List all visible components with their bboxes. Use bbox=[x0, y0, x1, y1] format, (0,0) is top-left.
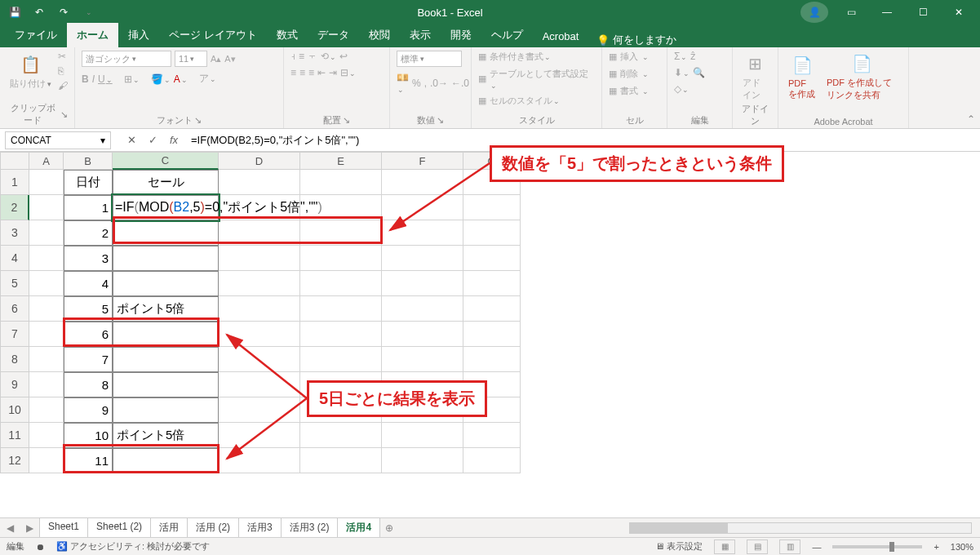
delete-cells-button[interactable]: ▦ 削除 bbox=[609, 68, 660, 80]
cell-D7[interactable] bbox=[219, 322, 300, 347]
cell-F5[interactable] bbox=[382, 271, 463, 296]
page-layout-view-button[interactable]: ▤ bbox=[747, 539, 768, 554]
cell-D5[interactable] bbox=[219, 271, 300, 296]
cell-F3[interactable] bbox=[382, 220, 463, 246]
cell-D9[interactable] bbox=[219, 372, 300, 397]
sheet-tab-3[interactable]: 活用 (2) bbox=[187, 517, 239, 539]
cell-A4[interactable] bbox=[29, 246, 64, 271]
cell-A9[interactable] bbox=[29, 372, 64, 397]
pdf-create-button[interactable]: 📄 PDF を作成 bbox=[785, 52, 820, 102]
cell-D8[interactable] bbox=[219, 347, 300, 372]
align-top-button[interactable]: ⫞ bbox=[290, 51, 295, 62]
insert-function-button[interactable]: fx bbox=[163, 134, 184, 146]
format-cells-button[interactable]: ▦ 書式 bbox=[609, 85, 660, 97]
tell-me[interactable]: 💡 何をしますか bbox=[588, 33, 685, 47]
tab-data[interactable]: データ bbox=[308, 23, 359, 47]
tab-view[interactable]: 表示 bbox=[400, 23, 441, 47]
cell-C9[interactable] bbox=[113, 372, 219, 397]
tab-acrobat[interactable]: Acrobat bbox=[533, 25, 589, 47]
paste-button[interactable]: 📋 貼り付け bbox=[7, 51, 55, 91]
sheet-nav-prev[interactable]: ◀ bbox=[0, 522, 20, 534]
row-header-10[interactable]: 10 bbox=[0, 397, 29, 423]
sheet-tab-4[interactable]: 活用3 bbox=[238, 517, 282, 539]
tab-review[interactable]: 校閲 bbox=[359, 23, 400, 47]
fill-color-button[interactable]: 🪣 bbox=[151, 73, 171, 85]
autosum-button[interactable]: Σ bbox=[674, 51, 687, 62]
cell-D12[interactable] bbox=[219, 448, 300, 473]
cell-C2[interactable]: =IF(MOD(B2,5)=0,"ポイント5倍","") bbox=[113, 195, 219, 220]
cell-G12[interactable] bbox=[463, 448, 521, 473]
new-sheet-button[interactable]: ⊕ bbox=[379, 522, 399, 534]
align-middle-button[interactable]: ≡ bbox=[299, 51, 304, 62]
redo-button[interactable]: ↷ bbox=[52, 2, 75, 23]
tab-help[interactable]: ヘルプ bbox=[481, 23, 533, 47]
display-settings-button[interactable]: 🖥 表示設定 bbox=[655, 540, 703, 553]
cell-A5[interactable] bbox=[29, 271, 64, 296]
format-painter-button[interactable]: 🖌 bbox=[58, 80, 68, 91]
cell-C12[interactable] bbox=[113, 448, 219, 473]
cell-F11[interactable] bbox=[382, 423, 463, 448]
comma-button[interactable]: , bbox=[424, 78, 427, 89]
row-header-2[interactable]: 2 bbox=[0, 195, 29, 220]
cell-D6[interactable] bbox=[219, 296, 300, 322]
cell-D4[interactable] bbox=[219, 246, 300, 271]
format-table-button[interactable]: テーブルとして書式設定 bbox=[490, 68, 595, 90]
cell-E6[interactable] bbox=[300, 296, 382, 322]
merge-button[interactable]: ⊟ bbox=[340, 67, 356, 78]
sheet-tab-2[interactable]: 活用 bbox=[150, 517, 188, 539]
undo-button[interactable]: ↶ bbox=[28, 2, 51, 23]
cell-F7[interactable] bbox=[382, 322, 463, 347]
enter-formula-button[interactable]: ✓ bbox=[142, 134, 163, 146]
horizontal-scrollbar[interactable] bbox=[629, 522, 972, 534]
cell-A8[interactable] bbox=[29, 347, 64, 372]
currency-button[interactable]: 💴 bbox=[397, 72, 409, 95]
cell-B9[interactable]: 8 bbox=[64, 372, 113, 397]
find-select-button[interactable]: 🔍 bbox=[693, 67, 705, 78]
wrap-text-button[interactable]: ↩ bbox=[339, 51, 348, 62]
row-header-11[interactable]: 11 bbox=[0, 423, 29, 448]
cell-A2[interactable] bbox=[29, 195, 64, 220]
sheet-tab-1[interactable]: Sheet1 (2) bbox=[87, 517, 151, 539]
row-header-12[interactable]: 12 bbox=[0, 448, 29, 473]
dec-decimal-button[interactable]: ←.0 bbox=[451, 78, 469, 89]
zoom-slider[interactable] bbox=[832, 545, 922, 548]
cell-F6[interactable] bbox=[382, 296, 463, 322]
close-button[interactable]: ✕ bbox=[941, 0, 977, 24]
cell-B12[interactable]: 11 bbox=[64, 448, 113, 473]
clear-button[interactable]: ◇ bbox=[674, 83, 689, 95]
cell-E1[interactable] bbox=[300, 170, 382, 195]
sort-filter-button[interactable]: ẑ bbox=[690, 51, 695, 62]
name-box[interactable]: CONCAT ▾ bbox=[5, 131, 111, 149]
cancel-formula-button[interactable]: ✕ bbox=[121, 134, 142, 146]
fill-button[interactable]: ⬇ bbox=[674, 67, 690, 78]
cell-G8[interactable] bbox=[463, 347, 521, 372]
cell-C3[interactable] bbox=[113, 220, 219, 246]
font-size-combo[interactable]: 11 bbox=[175, 51, 207, 67]
cell-B1[interactable]: 日付 bbox=[64, 170, 113, 195]
cell-F4[interactable] bbox=[382, 246, 463, 271]
sheet-nav-next[interactable]: ▶ bbox=[20, 522, 39, 534]
percent-button[interactable]: % bbox=[412, 78, 421, 89]
cell-A11[interactable] bbox=[29, 423, 64, 448]
dialog-launcher-icon[interactable]: ↘ bbox=[194, 115, 202, 126]
cell-B8[interactable]: 7 bbox=[64, 347, 113, 372]
phonetic-button[interactable]: ア bbox=[199, 72, 216, 86]
font-name-combo[interactable]: 游ゴシック bbox=[82, 51, 171, 67]
dialog-launcher-icon[interactable]: ↘ bbox=[437, 115, 444, 126]
align-center-button[interactable]: ≡ bbox=[299, 67, 305, 78]
cell-A10[interactable] bbox=[29, 397, 64, 423]
cell-C1[interactable]: セール bbox=[113, 170, 219, 195]
macro-record-button[interactable]: ⏺ bbox=[36, 542, 45, 552]
row-header-4[interactable]: 4 bbox=[0, 246, 29, 271]
cell-B6[interactable]: 5 bbox=[64, 296, 113, 322]
cell-styles-button[interactable]: セルのスタイル bbox=[490, 95, 560, 107]
cell-B4[interactable]: 3 bbox=[64, 246, 113, 271]
cell-B11[interactable]: 10 bbox=[64, 423, 113, 448]
cell-D11[interactable] bbox=[219, 423, 300, 448]
tab-developer[interactable]: 開発 bbox=[441, 23, 481, 47]
row-header-1[interactable]: 1 bbox=[0, 170, 29, 195]
row-header-8[interactable]: 8 bbox=[0, 347, 29, 372]
zoom-level[interactable]: 130% bbox=[951, 542, 973, 552]
addins-button[interactable]: ⊞ アドイン bbox=[739, 51, 771, 103]
cell-B10[interactable]: 9 bbox=[64, 397, 113, 423]
